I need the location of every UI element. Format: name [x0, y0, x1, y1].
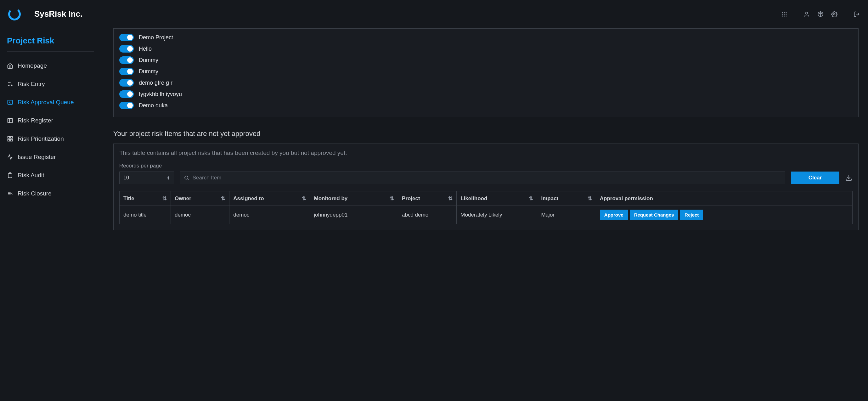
pending-risks-card: This table contains all project risks th…: [113, 144, 859, 230]
toggle-label: demo gfre g r: [139, 80, 173, 86]
sort-icon: ⇅: [221, 195, 225, 202]
records-per-page-select[interactable]: 10 ▲▼: [119, 172, 174, 184]
svg-point-7: [782, 16, 783, 17]
request-changes-button[interactable]: Request Changes: [630, 210, 679, 220]
sidebar-item-homepage[interactable]: Homepage: [7, 57, 94, 75]
apps-icon[interactable]: [780, 10, 788, 18]
toggle-label: Demo duka: [139, 102, 168, 109]
svg-point-6: [785, 13, 786, 14]
section-heading: Your project risk Items that are not yet…: [113, 130, 859, 138]
cell-actions: Approve Request Changes Reject: [596, 206, 852, 224]
svg-rect-23: [11, 136, 12, 138]
toggle-switch[interactable]: [119, 45, 134, 53]
sidebar-item-label: Homepage: [18, 62, 47, 69]
svg-line-32: [188, 179, 188, 180]
toggle-row: Demo duka: [119, 100, 852, 111]
select-value: 10: [123, 175, 129, 181]
column-header-title[interactable]: Title⇅: [120, 191, 171, 206]
activity-icon: [7, 154, 13, 160]
sidebar-item-label: Risk Approval Queue: [18, 99, 74, 106]
divider: [28, 8, 28, 20]
download-icon[interactable]: [845, 174, 852, 182]
sort-icon: ⇅: [529, 195, 533, 202]
divider: [844, 8, 844, 20]
cell-title: demo title: [120, 206, 171, 224]
dashboard-icon: [7, 136, 13, 142]
svg-point-2: [784, 12, 784, 12]
logout-icon[interactable]: [853, 10, 861, 18]
toggle-row: tygvkhb lh iyvoyu: [119, 88, 852, 100]
toggle-switch[interactable]: [119, 90, 134, 98]
svg-point-31: [185, 176, 188, 179]
sidebar-item-label: Risk Prioritization: [18, 135, 64, 142]
sort-icon: ⇅: [390, 195, 394, 202]
sidebar-item-label: Issue Register: [18, 154, 56, 160]
search-input[interactable]: [193, 175, 781, 181]
collapse-icon: [7, 190, 13, 197]
toggle-label: Hello: [139, 45, 152, 52]
brand-name: SysRisk Inc.: [34, 9, 83, 19]
divider: [7, 51, 94, 52]
home-icon: [7, 63, 13, 69]
search-icon: [184, 175, 189, 181]
toggle-row: Dummy: [119, 55, 852, 66]
sidebar-item-risk-approval-queue[interactable]: Risk Approval Queue: [7, 93, 94, 112]
reject-button[interactable]: Reject: [680, 210, 703, 220]
table-icon: [7, 117, 13, 124]
chevron-up-down-icon: ▲▼: [167, 176, 170, 180]
sidebar-item-label: Risk Closure: [18, 190, 52, 197]
sidebar-item-issue-register[interactable]: Issue Register: [7, 148, 94, 166]
svg-rect-24: [8, 140, 10, 141]
records-per-page-label: Records per page: [119, 163, 852, 169]
approve-button[interactable]: Approve: [600, 210, 628, 220]
cell-owner: democ: [171, 206, 229, 224]
clear-button[interactable]: Clear: [791, 172, 839, 184]
svg-point-1: [782, 12, 783, 12]
toggle-label: Dummy: [139, 57, 158, 64]
table-header-row: Title⇅ Owner⇅ Assigned to⇅ Monitored by⇅…: [120, 191, 852, 206]
column-header-assigned-to[interactable]: Assigned to⇅: [229, 191, 310, 206]
toggle-label: Demo Project: [139, 34, 173, 41]
gear-icon[interactable]: [831, 10, 838, 18]
user-icon[interactable]: [803, 10, 810, 18]
sidebar-item-risk-audit[interactable]: Risk Audit: [7, 166, 94, 184]
column-header-owner[interactable]: Owner⇅: [171, 191, 229, 206]
column-header-approval-permission: Approval permission: [596, 191, 852, 206]
toggle-switch[interactable]: [119, 68, 134, 75]
column-header-impact[interactable]: Impact⇅: [537, 191, 596, 206]
toggle-row: Dummy: [119, 66, 852, 77]
sidebar-item-risk-register[interactable]: Risk Register: [7, 112, 94, 130]
sidebar-item-risk-prioritization[interactable]: Risk Prioritization: [7, 130, 94, 148]
sort-icon: ⇅: [162, 195, 167, 202]
svg-point-10: [806, 12, 808, 14]
toggle-row: Hello: [119, 43, 852, 55]
svg-rect-25: [11, 140, 12, 141]
column-header-likelihood[interactable]: Likelihood⇅: [457, 191, 537, 206]
toggle-label: tygvkhb lh iyvoyu: [139, 91, 182, 98]
sidebar-item-risk-entry[interactable]: Risk Entry: [7, 75, 94, 93]
list-plus-icon: [7, 81, 13, 87]
toggle-switch[interactable]: [119, 79, 134, 87]
cell-impact: Major: [537, 206, 596, 224]
sidebar-item-label: Risk Entry: [18, 81, 45, 88]
cell-project: abcd demo: [398, 206, 456, 224]
sidebar-item-risk-closure[interactable]: Risk Closure: [7, 184, 94, 203]
svg-point-11: [834, 13, 835, 15]
column-header-project[interactable]: Project⇅: [398, 191, 456, 206]
cell-assigned-to: democ: [229, 206, 310, 224]
cube-icon[interactable]: [817, 10, 824, 18]
toggle-switch[interactable]: [119, 56, 134, 64]
svg-point-4: [782, 13, 783, 14]
terminal-icon: [7, 99, 13, 105]
sidebar-item-label: Risk Register: [18, 117, 53, 124]
column-header-monitored-by[interactable]: Monitored by⇅: [310, 191, 398, 206]
sort-icon: ⇅: [448, 195, 453, 202]
cell-monitored-by: johnnydepp01: [310, 206, 398, 224]
toggle-row: Demo Project: [119, 32, 852, 43]
divider: [794, 8, 794, 20]
sort-icon: ⇅: [302, 195, 306, 202]
toggle-switch[interactable]: [119, 34, 134, 41]
sidebar: Project Risk Homepage Risk Entry Risk Ap…: [0, 28, 101, 401]
toggle-switch[interactable]: [119, 102, 134, 109]
card-description: This table contains all project risks th…: [119, 147, 852, 156]
